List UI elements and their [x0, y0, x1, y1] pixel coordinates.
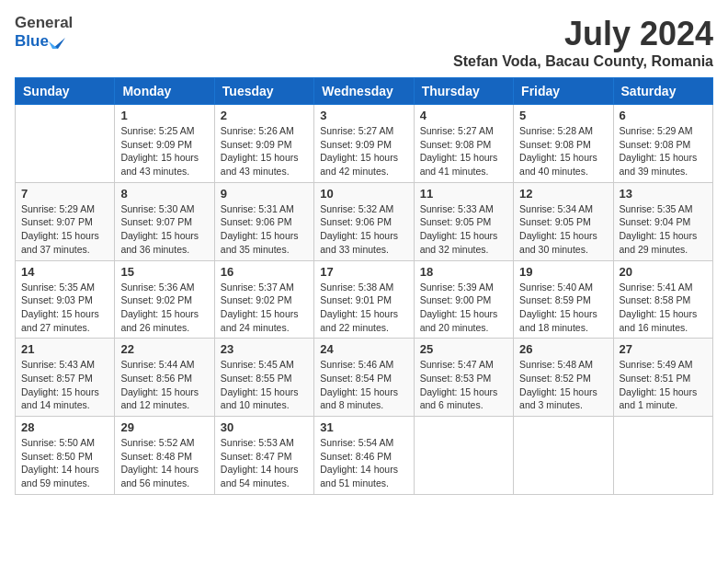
calendar-cell: 1Sunrise: 5:25 AM Sunset: 9:09 PM Daylig…	[115, 105, 214, 183]
calendar-cell: 6Sunrise: 5:29 AM Sunset: 9:08 PM Daylig…	[613, 105, 712, 183]
calendar-cell: 5Sunrise: 5:28 AM Sunset: 9:08 PM Daylig…	[514, 105, 613, 183]
day-info: Sunrise: 5:38 AM Sunset: 9:01 PM Dayligh…	[320, 281, 407, 335]
day-number: 25	[420, 342, 507, 356]
day-info: Sunrise: 5:41 AM Sunset: 8:58 PM Dayligh…	[620, 281, 707, 335]
day-number: 20	[620, 265, 707, 279]
calendar-cell: 30Sunrise: 5:53 AM Sunset: 8:47 PM Dayli…	[214, 417, 313, 495]
day-info: Sunrise: 5:36 AM Sunset: 9:02 PM Dayligh…	[120, 281, 208, 335]
day-info: Sunrise: 5:25 AM Sunset: 9:09 PM Dayligh…	[120, 124, 208, 178]
calendar-cell: 12Sunrise: 5:34 AM Sunset: 9:05 PM Dayli…	[514, 182, 613, 260]
calendar-cell: 23Sunrise: 5:45 AM Sunset: 8:55 PM Dayli…	[214, 339, 313, 417]
day-info: Sunrise: 5:49 AM Sunset: 8:51 PM Dayligh…	[620, 358, 707, 412]
calendar-cell	[16, 105, 115, 183]
day-info: Sunrise: 5:54 AM Sunset: 8:46 PM Dayligh…	[320, 436, 407, 490]
day-info: Sunrise: 5:27 AM Sunset: 9:09 PM Dayligh…	[320, 124, 407, 178]
day-info: Sunrise: 5:26 AM Sunset: 9:09 PM Dayligh…	[221, 124, 308, 178]
calendar-cell: 7Sunrise: 5:29 AM Sunset: 9:07 PM Daylig…	[16, 182, 115, 260]
calendar-cell: 4Sunrise: 5:27 AM Sunset: 9:08 PM Daylig…	[414, 105, 513, 183]
day-number: 8	[120, 187, 208, 201]
day-number: 24	[320, 342, 407, 356]
day-info: Sunrise: 5:35 AM Sunset: 9:04 PM Dayligh…	[620, 202, 707, 257]
calendar-cell: 3Sunrise: 5:27 AM Sunset: 9:09 PM Daylig…	[314, 105, 414, 183]
day-number: 30	[221, 420, 308, 434]
day-number: 31	[320, 420, 407, 434]
day-info: Sunrise: 5:43 AM Sunset: 8:57 PM Dayligh…	[21, 358, 108, 412]
calendar-cell: 10Sunrise: 5:32 AM Sunset: 9:06 PM Dayli…	[314, 182, 414, 260]
day-number: 15	[120, 265, 208, 279]
calendar-cell: 2Sunrise: 5:26 AM Sunset: 9:09 PM Daylig…	[214, 105, 313, 183]
calendar-cell: 11Sunrise: 5:33 AM Sunset: 9:05 PM Dayli…	[414, 182, 513, 260]
day-number: 19	[519, 265, 607, 279]
day-info: Sunrise: 5:34 AM Sunset: 9:05 PM Dayligh…	[519, 202, 607, 257]
day-info: Sunrise: 5:30 AM Sunset: 9:07 PM Dayligh…	[120, 202, 208, 257]
calendar-cell: 9Sunrise: 5:31 AM Sunset: 9:06 PM Daylig…	[214, 182, 313, 260]
day-info: Sunrise: 5:27 AM Sunset: 9:08 PM Dayligh…	[420, 124, 507, 178]
calendar-cell: 22Sunrise: 5:44 AM Sunset: 8:56 PM Dayli…	[115, 339, 214, 417]
calendar-cell: 15Sunrise: 5:36 AM Sunset: 9:02 PM Dayli…	[115, 260, 214, 339]
day-info: Sunrise: 5:48 AM Sunset: 8:52 PM Dayligh…	[519, 358, 607, 412]
day-number: 3	[320, 109, 407, 122]
calendar-cell: 21Sunrise: 5:43 AM Sunset: 8:57 PM Dayli…	[16, 339, 115, 417]
column-header-saturday: Saturday	[613, 78, 712, 105]
logo-blue: Blue	[15, 33, 49, 49]
calendar-cell: 27Sunrise: 5:49 AM Sunset: 8:51 PM Dayli…	[613, 339, 712, 417]
day-number: 23	[221, 342, 308, 356]
calendar-cell	[514, 417, 613, 495]
logo-bird-icon	[49, 30, 65, 51]
day-number: 18	[420, 265, 507, 279]
calendar-cell: 29Sunrise: 5:52 AM Sunset: 8:48 PM Dayli…	[115, 417, 214, 495]
column-header-monday: Monday	[115, 78, 214, 105]
calendar-cell: 18Sunrise: 5:39 AM Sunset: 9:00 PM Dayli…	[414, 260, 513, 339]
calendar-cell: 13Sunrise: 5:35 AM Sunset: 9:04 PM Dayli…	[613, 182, 712, 260]
column-header-wednesday: Wednesday	[314, 78, 414, 105]
header: General Blue July 2024 Stefan Voda, Baca…	[15, 15, 713, 70]
column-header-friday: Friday	[514, 78, 613, 105]
day-info: Sunrise: 5:40 AM Sunset: 8:59 PM Dayligh…	[519, 281, 607, 335]
day-number: 16	[221, 265, 308, 279]
column-header-tuesday: Tuesday	[214, 78, 313, 105]
calendar-table: SundayMondayTuesdayWednesdayThursdayFrid…	[15, 77, 713, 495]
day-number: 27	[620, 342, 707, 356]
day-info: Sunrise: 5:53 AM Sunset: 8:47 PM Dayligh…	[221, 436, 308, 490]
day-number: 7	[21, 187, 108, 201]
day-number: 4	[420, 109, 507, 122]
day-info: Sunrise: 5:44 AM Sunset: 8:56 PM Dayligh…	[120, 358, 208, 412]
logo: General Blue	[15, 15, 73, 51]
day-info: Sunrise: 5:50 AM Sunset: 8:50 PM Dayligh…	[21, 436, 108, 490]
day-number: 14	[21, 265, 108, 279]
day-number: 2	[221, 109, 308, 122]
calendar-cell: 16Sunrise: 5:37 AM Sunset: 9:02 PM Dayli…	[214, 260, 313, 339]
day-info: Sunrise: 5:47 AM Sunset: 8:53 PM Dayligh…	[420, 358, 507, 412]
day-number: 6	[620, 109, 707, 122]
day-info: Sunrise: 5:39 AM Sunset: 9:00 PM Dayligh…	[420, 281, 507, 335]
day-info: Sunrise: 5:35 AM Sunset: 9:03 PM Dayligh…	[21, 281, 108, 335]
calendar-cell: 25Sunrise: 5:47 AM Sunset: 8:53 PM Dayli…	[414, 339, 513, 417]
day-info: Sunrise: 5:33 AM Sunset: 9:05 PM Dayligh…	[420, 202, 507, 257]
day-info: Sunrise: 5:31 AM Sunset: 9:06 PM Dayligh…	[221, 202, 308, 257]
day-number: 28	[21, 420, 108, 434]
calendar-cell: 17Sunrise: 5:38 AM Sunset: 9:01 PM Dayli…	[314, 260, 414, 339]
calendar-cell: 24Sunrise: 5:46 AM Sunset: 8:54 PM Dayli…	[314, 339, 414, 417]
calendar-cell	[414, 417, 513, 495]
calendar-cell: 14Sunrise: 5:35 AM Sunset: 9:03 PM Dayli…	[16, 260, 115, 339]
day-info: Sunrise: 5:46 AM Sunset: 8:54 PM Dayligh…	[320, 358, 407, 412]
calendar-cell	[613, 417, 712, 495]
location-title: Stefan Voda, Bacau County, Romania	[453, 53, 713, 70]
day-info: Sunrise: 5:32 AM Sunset: 9:06 PM Dayligh…	[320, 202, 407, 257]
day-info: Sunrise: 5:52 AM Sunset: 8:48 PM Dayligh…	[120, 436, 208, 490]
logo-general: General	[15, 15, 73, 30]
day-number: 12	[519, 187, 607, 201]
column-header-thursday: Thursday	[414, 78, 513, 105]
day-number: 5	[519, 109, 607, 122]
day-number: 9	[221, 187, 308, 201]
day-number: 17	[320, 265, 407, 279]
day-number: 22	[120, 342, 208, 356]
day-info: Sunrise: 5:29 AM Sunset: 9:07 PM Dayligh…	[21, 202, 108, 257]
day-info: Sunrise: 5:29 AM Sunset: 9:08 PM Dayligh…	[620, 124, 707, 178]
day-info: Sunrise: 5:28 AM Sunset: 9:08 PM Dayligh…	[519, 124, 607, 178]
day-number: 1	[120, 109, 208, 122]
calendar-cell: 26Sunrise: 5:48 AM Sunset: 8:52 PM Dayli…	[514, 339, 613, 417]
calendar-cell: 31Sunrise: 5:54 AM Sunset: 8:46 PM Dayli…	[314, 417, 414, 495]
column-header-sunday: Sunday	[16, 78, 115, 105]
calendar-cell: 8Sunrise: 5:30 AM Sunset: 9:07 PM Daylig…	[115, 182, 214, 260]
